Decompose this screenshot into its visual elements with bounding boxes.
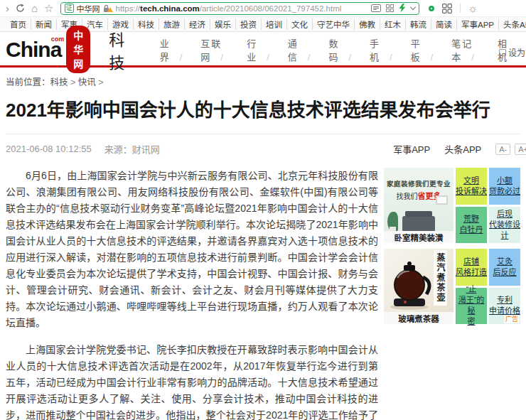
refresh-icon[interactable]: [16, 4, 25, 13]
paragraph: 上海国家会计学院党委书记、院长李扣庆教授在开幕致辞时表示影响中国会计从业人员的十…: [6, 342, 378, 420]
url-scheme: https://: [116, 4, 141, 13]
ad-link-shop-style[interactable]: 店铺 风格打造: [456, 249, 487, 286]
topnav-item-toutiao-app[interactable]: 头条APP: [499, 18, 526, 30]
teapot-graphic: [385, 259, 436, 313]
channel-nav-laptop[interactable]: 笔记本: [442, 36, 488, 63]
set-homepage-link[interactable]: 设为首页: [499, 46, 526, 58]
topnav-item-redwood[interactable]: 红木: [380, 18, 406, 30]
topnav-item-culture[interactable]: 文化: [287, 18, 313, 30]
ad-link-moxibustion[interactable]: 艾灸 后反应: [489, 249, 520, 286]
font-increase-button[interactable]: A+: [515, 144, 526, 155]
topnav-item-digest[interactable]: 简读: [431, 18, 457, 30]
source-name[interactable]: 财讯网: [132, 144, 160, 155]
ad-link-complaint[interactable]: 文明 投诉解决: [456, 168, 487, 205]
ad-link-grid: 文明 投诉解决 小额 贷款必过 荒野 白牡丹 后现 代装修设计: [456, 168, 520, 243]
home-decor-ad-image[interactable]: 家庭装修我们更专业 找我们省更多 卧室精美装潢: [384, 168, 453, 243]
profile-ring-icon[interactable]: [429, 6, 434, 11]
topnav-item-invest[interactable]: 投资: [236, 18, 262, 30]
military-app-link[interactable]: 军事APP: [393, 142, 430, 156]
teapot-ad-image[interactable]: 蒸汽煮茶壶 玻璃煮茶器: [384, 249, 453, 324]
sofa-graphic: [402, 216, 435, 231]
channel-nav-internet[interactable]: 互联网: [191, 36, 237, 63]
topnav-item-economy[interactable]: 经济: [185, 18, 210, 30]
topnav-item-entertainment[interactable]: 娱乐: [210, 18, 236, 30]
lightning-icon[interactable]: [399, 4, 406, 13]
breadcrumb-flash[interactable]: 快讯: [78, 77, 104, 87]
logo-com-superscript: com: [51, 36, 65, 43]
ad-section-2: 蒸汽煮茶壶 玻璃煮茶器 店铺 风格打造 艾灸 后反应 “止 渴王”的秘 密 专利…: [384, 249, 520, 324]
channel-nav: 业界 互联网 行业 通信 数码 手机 平板 笔记本 相机: [151, 36, 520, 63]
chevron-down-icon[interactable]: [409, 4, 415, 10]
topnav-item-travel[interactable]: 旅游: [159, 18, 185, 30]
masthead: Chinacom 中华网 科技 业界 互联网 行业 通信 数码 手机 平板 笔记…: [0, 32, 526, 68]
lock-warning-icon[interactable]: [103, 4, 113, 13]
ad-link-loan[interactable]: 小额 贷款必过: [489, 168, 520, 205]
breadcrumb-prefix: 当前位置：: [6, 77, 50, 87]
extensions-grid-icon[interactable]: [386, 4, 394, 12]
theme-sun-icon[interactable]: ☼: [468, 3, 478, 14]
ad-sidebar: 家庭装修我们更专业 找我们省更多 卧室精美装潢 文明 投诉解决 小额 贷款必过 …: [384, 168, 520, 420]
article-body: 6月6日，由上海国家会计学院与中兴新云服务有限公司、北京元年科技股份有限公司、浪…: [0, 168, 384, 420]
set-homepage-icon: [499, 49, 506, 56]
url-host: tech.china.com: [140, 4, 200, 13]
channel-nav-sector[interactable]: 行业: [237, 36, 279, 63]
ad-vertical-text: 蒸汽煮茶壶: [434, 250, 447, 306]
bookmark-star-icon[interactable]: ☆: [44, 3, 53, 14]
channel-nav-telecom[interactable]: 通信: [279, 36, 320, 63]
logo-badge: 中华网: [66, 26, 90, 73]
font-decrease-button[interactable]: A-: [495, 144, 510, 155]
topnav-item-craft[interactable]: 守艺中华: [313, 18, 355, 30]
source-label: 来源：: [104, 144, 132, 155]
topnav-item-military-app[interactable]: 军事APP: [457, 18, 499, 30]
ad-caption: 卧室精美装潢: [384, 231, 453, 243]
paragraph: 6月6日，由上海国家会计学院与中兴新云服务有限公司、北京元年科技股份有限公司、浪…: [6, 168, 378, 331]
ad-link-grid: 店铺 风格打造 艾灸 后反应 “止 渴王”的秘 密 专利 申请价格: [456, 249, 520, 324]
address-bar[interactable]: 证 中华网 https://tech.china.com/article/202…: [60, 2, 419, 15]
page-title: 2021年影响中国会计人的十大信息技术评选结果发布会举行: [6, 98, 520, 123]
ad-link-tea-peony[interactable]: 荒野 白牡丹: [456, 207, 487, 244]
forward-icon[interactable]: ›: [6, 3, 9, 14]
toutiao-app-link[interactable]: 头条APP: [444, 142, 481, 156]
ad-headline: 家庭装修我们更专业: [384, 178, 453, 188]
wall-frame-graphic: [436, 195, 448, 205]
ad-link-thirst-secret[interactable]: “止 渴王”的秘 密: [456, 288, 487, 325]
publish-date: 2021-06-08 10:12:55: [6, 144, 92, 154]
url-path: /article/20210608/062021_797452.html: [200, 4, 342, 13]
topnav-item-tech[interactable]: 科技: [134, 18, 159, 30]
ad-tag-label: 广告: [504, 316, 520, 323]
plant-graphic: [387, 212, 398, 231]
topnav-item-buddhism[interactable]: 佛教: [355, 18, 380, 30]
ad-caption: 玻璃煮茶器: [384, 312, 453, 324]
ad-link-decor-design[interactable]: 后现 代装修设计: [489, 207, 520, 244]
apps-grid-icon[interactable]: [442, 4, 452, 14]
reader-mode-icon[interactable]: [371, 4, 381, 12]
site-name-label: 中华网: [77, 3, 100, 14]
ad-section-1: 家庭装修我们更专业 找我们省更多 卧室精美装潢 文明 投诉解决 小额 贷款必过 …: [384, 168, 520, 243]
content-area: 6月6日，由上海国家会计学院与中兴新云服务有限公司、北京元年科技股份有限公司、浪…: [0, 168, 526, 420]
channel-nav-tablet[interactable]: 平板: [402, 36, 443, 63]
title-divider: [6, 134, 520, 134]
site-verified-badge-icon: 证: [65, 4, 74, 13]
china-com-logo[interactable]: Chinacom 中华网: [6, 26, 90, 73]
topnav-item-training[interactable]: 培训: [262, 18, 287, 30]
logo-wordmark: Chinacom: [6, 39, 61, 60]
topnav-item-korean[interactable]: 韩流: [406, 18, 431, 30]
toolbar-divider: [460, 4, 461, 13]
ad-subtext: 找我们: [397, 193, 418, 200]
article-meta: 2021-06-08 10:12:55 来源：财讯网 军事APP 头条APP A…: [6, 142, 520, 156]
channel-title[interactable]: 科技: [109, 27, 133, 72]
breadcrumb-tech[interactable]: 科技: [50, 77, 78, 87]
channel-nav-digital[interactable]: 数码: [319, 36, 360, 63]
url-text[interactable]: https://tech.china.com/article/20210608/…: [116, 4, 368, 13]
channel-nav-industry[interactable]: 业界: [151, 36, 192, 63]
home-icon[interactable]: ⌂: [31, 3, 38, 14]
browser-toolbar: › ⌂ ☆ 证 中华网 https://tech.china.com/artic…: [0, 0, 526, 16]
channel-nav-mobile[interactable]: 手机: [360, 36, 402, 63]
